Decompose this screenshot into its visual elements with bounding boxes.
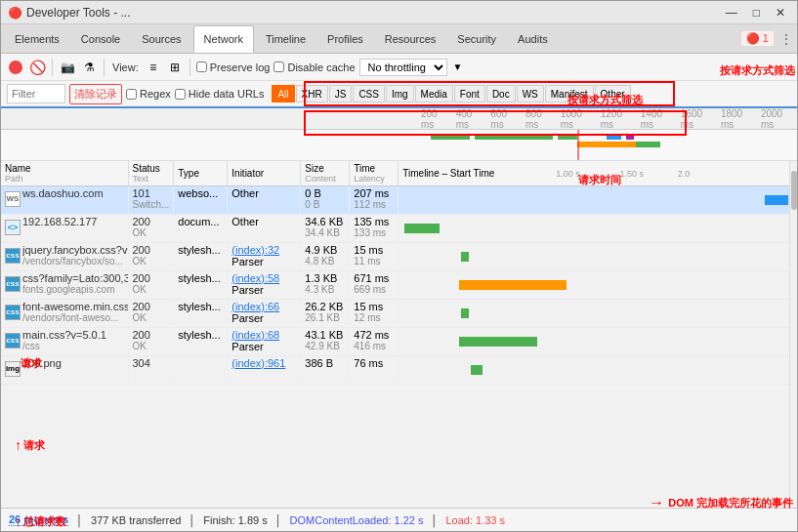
cell-size-2: 4.9 KB 4.8 KB [301, 243, 350, 271]
table-row[interactable]: css css?family=Lato:300,3... fonts.googl… [1, 271, 797, 300]
tm2: 600 ms [490, 108, 522, 130]
tab-timeline[interactable]: Timeline [256, 25, 315, 53]
timeline-bars-area [1, 130, 797, 161]
sep-pipe-3: │ [275, 514, 282, 526]
cell-type-5: stylesh... [174, 328, 228, 356]
cell-initiator-4: (index):66 Parser [228, 300, 301, 328]
throttle-select[interactable]: No throttling [359, 59, 447, 76]
table-row[interactable]: css font-awesome.min.css... /vendors/fon… [1, 300, 797, 328]
minimize-button[interactable]: — [722, 6, 741, 20]
grid-view-icon[interactable]: ⊞ [166, 59, 184, 76]
maximize-button[interactable]: □ [749, 6, 764, 20]
sep-pipe-4: │ [432, 514, 439, 526]
tl-red-line [577, 130, 579, 160]
cell-name-0: WS ws.daoshuo.com 请求 [1, 186, 128, 215]
regex-checkbox[interactable] [126, 89, 137, 100]
regex-label[interactable]: Regex [126, 88, 171, 100]
filter-font-button[interactable]: Font [454, 85, 485, 102]
sep1 [52, 59, 53, 76]
filter-js-button[interactable]: JS [329, 85, 353, 102]
cell-timeline-5 [399, 328, 797, 356]
record-icon[interactable] [7, 59, 24, 76]
filter-input[interactable] [7, 84, 65, 103]
network-table-container[interactable]: Name Path Status Text Type Initiator Siz… [1, 161, 797, 508]
row1-name: 192.168.52.177 [22, 216, 97, 227]
filter-other-button[interactable]: Other [595, 85, 631, 102]
clear-icon[interactable]: 🚫 [28, 59, 46, 76]
more-menu-icon[interactable]: ⋮ [779, 31, 793, 47]
cell-name-2: css jquery.fancybox.css?v=... /vendors/f… [1, 243, 128, 271]
row0-name: ws.daoshuo.com [22, 187, 104, 199]
close-button[interactable]: ✕ [772, 6, 789, 20]
filter-icon[interactable]: ⚗ [80, 59, 98, 76]
hide-data-label[interactable]: Hide data URLs [175, 88, 265, 100]
filter-ws-button[interactable]: WS [517, 85, 544, 102]
tl-bar-4 [577, 142, 636, 147]
table-row[interactable]: css main.css?v=5.0.1 /css 200 OK sty [1, 328, 797, 356]
disable-cache-label[interactable]: Disable cache [273, 61, 355, 73]
preserve-log-checkbox[interactable] [196, 61, 207, 72]
table-row[interactable]: WS ws.daoshuo.com 请求 [1, 186, 797, 215]
tm3: 800 ms [525, 108, 557, 130]
sep3 [189, 59, 190, 76]
filter-xhr-button[interactable]: XHR [296, 85, 328, 102]
disable-cache-checkbox[interactable] [273, 61, 284, 72]
tab-sources[interactable]: Sources [132, 25, 190, 53]
tab-resources[interactable]: Resources [375, 25, 446, 53]
cell-type-4: stylesh... [174, 300, 228, 328]
tab-audits[interactable]: Audits [508, 25, 558, 53]
tl-bar-1 [431, 134, 470, 140]
initiator-type-4: Parser [231, 312, 263, 324]
tab-elements[interactable]: Elements [5, 25, 69, 53]
preserve-log-label[interactable]: Preserve log [196, 61, 271, 73]
table-row[interactable]: css jquery.fancybox.css?v=... /vendors/f… [1, 243, 797, 271]
row6-path [22, 369, 62, 380]
col-name: Name Path [1, 161, 128, 186]
throttle-arrow[interactable]: ▼ [453, 61, 463, 72]
filter-all-button[interactable]: All [272, 85, 294, 102]
filter-css-button[interactable]: CSS [353, 85, 385, 102]
tl-row5-bar [459, 337, 537, 347]
cell-type-1: docum... [174, 215, 228, 243]
initiator-link-3[interactable]: (index):58 [231, 272, 279, 284]
filter-img-button[interactable]: Img [386, 85, 414, 102]
initiator-type-2: Parser [231, 256, 263, 267]
initiator-link-6[interactable]: (index):961 [231, 357, 285, 369]
timeline-header: 200 ms 400 ms 600 ms 800 ms 1000 ms 1200… [1, 108, 797, 130]
cell-initiator-5: (index):68 Parser [228, 328, 301, 356]
initiator-link-4[interactable]: (index):66 [231, 301, 279, 312]
cell-initiator-6: (index):961 [228, 356, 301, 385]
toolbar-row1: 🚫 📷 ⚗ View: ≡ ⊞ Preserve log Disable cac… [1, 54, 797, 81]
tab-profiles[interactable]: Profiles [317, 25, 373, 53]
tab-console[interactable]: Console [71, 25, 130, 53]
row1-path [22, 227, 97, 238]
cell-type-0: webso... [174, 186, 228, 215]
row3-name: css?family=Lato:300,3... [22, 272, 128, 284]
camera-icon[interactable]: 📷 [59, 59, 76, 76]
row2-name: jquery.fancybox.css?v=... [22, 244, 128, 256]
list-view-icon[interactable]: ≡ [145, 59, 162, 76]
cell-time-5: 472 ms 416 ms [350, 328, 399, 356]
initiator-link-2[interactable]: (index):32 [231, 244, 279, 256]
cell-initiator-1: Other [228, 215, 301, 243]
col-type: Type [174, 161, 228, 186]
cell-time-2: 15 ms 11 ms [350, 243, 399, 271]
table-row[interactable]: <> 192.168.52.177 200 OK docum... [1, 215, 797, 243]
hide-data-checkbox[interactable] [175, 89, 186, 100]
col-status: Status Text [128, 161, 174, 186]
tm0: 200 ms [421, 108, 452, 130]
filter-media-button[interactable]: Media [415, 85, 453, 102]
css-icon-2: css [5, 248, 21, 264]
left-spacer [1, 113, 421, 124]
filter-manifest-button[interactable]: Manifest [545, 85, 594, 102]
initiator-link-5[interactable]: (index):68 [231, 329, 279, 341]
clear-records-button[interactable]: 清除记录 [69, 84, 122, 104]
cell-status-5: 200 OK [128, 328, 174, 356]
row5-name: main.css?v=5.0.1 [22, 329, 106, 341]
filter-doc-button[interactable]: Doc [486, 85, 516, 102]
tab-bar: Elements Console Sources Network Timelin… [1, 24, 797, 54]
tl-row3-bar [459, 280, 567, 290]
table-row[interactable]: img 100.png 304 [1, 356, 797, 385]
tab-security[interactable]: Security [447, 25, 506, 53]
tab-network[interactable]: Network [193, 25, 254, 53]
